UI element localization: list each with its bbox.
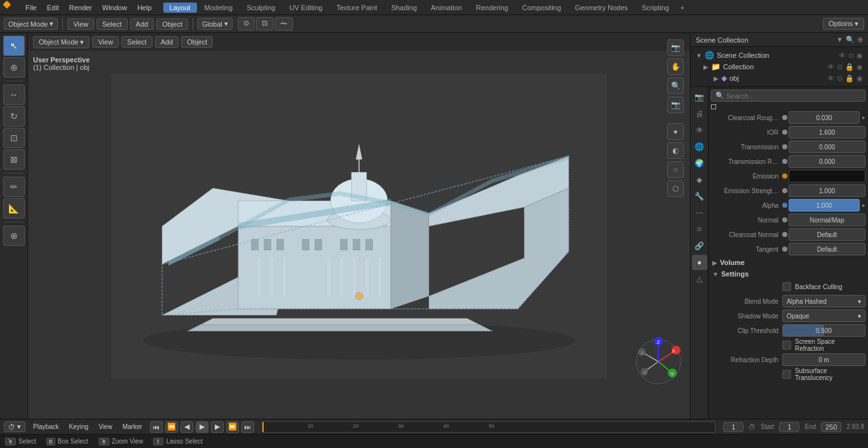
transmission-r-value[interactable]: 0.000: [789, 155, 865, 168]
measure-tool-button[interactable]: 📐: [3, 198, 25, 219]
falloff-button[interactable]: 〜: [275, 17, 293, 31]
clearcoat-normal-dot[interactable]: [782, 232, 787, 237]
clearcoat-normal-value[interactable]: Default: [789, 228, 865, 241]
navigation-gizmo[interactable]: X -X Y -Y Z: [633, 336, 684, 387]
obj-item[interactable]: ▶ ◆ obj 👁 ⊙ 🔒 ◉: [691, 72, 868, 84]
shading-solid-button[interactable]: ●: [667, 123, 684, 140]
view-camera-button[interactable]: 📷: [667, 97, 684, 113]
jump-start-button[interactable]: ⏮: [150, 421, 163, 433]
move-tool-button[interactable]: ↔: [3, 85, 25, 105]
shading-rendered-button[interactable]: ○: [667, 161, 684, 178]
shading-wire-button[interactable]: ⬡: [667, 180, 684, 197]
collection-visibility-icon[interactable]: 👁: [827, 63, 834, 71]
obj-render-icon[interactable]: ⊙: [837, 74, 843, 83]
transmission-r-dot[interactable]: [782, 159, 787, 164]
transform-tool-button[interactable]: ⊠: [3, 149, 25, 170]
timeline-mode-btn[interactable]: ⏱ ▾: [4, 421, 25, 432]
hand-tool-button[interactable]: ✋: [667, 58, 684, 75]
refraction-depth-value[interactable]: 0 m: [782, 353, 865, 366]
transmission-dot[interactable]: [782, 144, 787, 149]
options-button[interactable]: Options ▾: [823, 18, 864, 30]
props-tab-data[interactable]: △: [692, 271, 707, 287]
add-workspace-button[interactable]: +: [677, 3, 688, 13]
normal-value[interactable]: Normal/Map: [789, 214, 865, 226]
collection-item[interactable]: ▶ 📁 Collection 👁 ⊙ 🔒 ◉: [691, 61, 868, 72]
select-menu-btn[interactable]: Select: [97, 18, 128, 30]
add-object-button[interactable]: ⊕: [3, 226, 25, 246]
menu-file[interactable]: File: [20, 3, 42, 13]
shadow-mode-select[interactable]: Opaque ▾: [782, 309, 865, 322]
emission-strength-value[interactable]: 1.000: [789, 184, 865, 197]
normal-dot[interactable]: [782, 217, 787, 222]
filter-icon[interactable]: ▼: [836, 36, 843, 44]
tab-compositing[interactable]: Compositing: [516, 3, 567, 13]
prev-frame-button[interactable]: ◀: [180, 421, 193, 433]
prev-keyframe-button[interactable]: ⏪: [165, 421, 178, 433]
camera-tool-button[interactable]: 📷: [667, 39, 684, 56]
scale-tool-button[interactable]: ⊡: [3, 128, 25, 148]
blend-mode-select[interactable]: Alpha Hashed ▾: [782, 295, 865, 308]
clearcoat-rough-expand[interactable]: ▸: [862, 114, 865, 121]
backface-culling-checkbox[interactable]: [782, 282, 791, 291]
alpha-dot[interactable]: [782, 203, 787, 208]
menu-window[interactable]: Window: [97, 3, 132, 13]
props-tab-view[interactable]: 👁: [692, 123, 707, 138]
props-tab-object[interactable]: ◆: [692, 172, 707, 187]
collection-select-icon[interactable]: ◉: [857, 63, 863, 71]
props-tab-material[interactable]: ●: [692, 255, 707, 270]
ssr-checkbox[interactable]: [782, 341, 791, 350]
proportional-edit-button[interactable]: ⊡: [256, 17, 273, 31]
3d-viewport[interactable]: Object Mode ▾ View Select Add Object Use…: [28, 33, 690, 419]
jump-end-button[interactable]: ⏭: [241, 421, 254, 433]
collection-render-icon[interactable]: ⊙: [837, 63, 843, 71]
ior-dot[interactable]: [782, 130, 787, 135]
collection-camera-icon[interactable]: 🔒: [845, 63, 854, 71]
select-tool-button[interactable]: ↖: [3, 36, 25, 56]
props-tab-output[interactable]: 🖨: [692, 106, 707, 121]
emission-color-value[interactable]: [789, 170, 865, 182]
obj-select2-icon[interactable]: ◉: [857, 74, 863, 83]
next-frame-button[interactable]: ▶: [211, 421, 224, 433]
alpha-value[interactable]: 1.000: [789, 199, 860, 212]
props-tab-world[interactable]: 🌍: [692, 156, 707, 171]
keying-menu-btn[interactable]: Keying: [67, 422, 92, 431]
transform-selector[interactable]: Global ▾: [198, 18, 233, 30]
tab-modeling[interactable]: Modeling: [198, 3, 240, 13]
tab-uv-editing[interactable]: UV Editing: [283, 3, 329, 13]
playback-menu-btn[interactable]: Playback: [31, 422, 62, 431]
alpha-expand[interactable]: ▸: [862, 202, 865, 208]
view-menu-btn-timeline[interactable]: View: [96, 422, 115, 431]
clearcoat-rough-value[interactable]: 0.030: [789, 111, 860, 124]
menu-help[interactable]: Help: [132, 3, 157, 13]
clearcoat-rough-dot[interactable]: [782, 115, 787, 120]
scene-select-icon[interactable]: ◉: [857, 51, 863, 60]
mode-selector[interactable]: Object Mode ▾: [4, 18, 58, 30]
tab-shading[interactable]: Shading: [385, 3, 423, 13]
tab-geometry-nodes[interactable]: Geometry Nodes: [569, 3, 634, 13]
search-icon[interactable]: 🔍: [846, 36, 855, 44]
settings-section-header[interactable]: ▼ Settings: [711, 268, 865, 280]
tangent-value[interactable]: Default: [789, 243, 865, 255]
emission-strength-dot[interactable]: [782, 188, 787, 193]
tab-sculpting[interactable]: Sculpting: [240, 3, 281, 13]
volume-section-header[interactable]: ▶ Volume: [711, 257, 865, 268]
ior-value[interactable]: 1.600: [789, 126, 865, 139]
tab-texture-paint[interactable]: Texture Paint: [330, 3, 383, 13]
object-menu-btn[interactable]: Object: [156, 18, 188, 30]
start-frame-input[interactable]: [779, 422, 799, 432]
sst-checkbox[interactable]: [782, 370, 791, 379]
next-keyframe-button[interactable]: ⏩: [226, 421, 239, 433]
props-tab-scene[interactable]: 🌐: [692, 139, 707, 154]
props-tab-constraints[interactable]: 🔗: [692, 238, 707, 254]
rotate-tool-button[interactable]: ↻: [3, 106, 25, 126]
props-tab-modifiers[interactable]: 🔧: [692, 189, 707, 204]
annotate-tool-button[interactable]: ✏: [3, 177, 25, 197]
tab-layout[interactable]: Layout: [163, 3, 197, 13]
end-frame-input[interactable]: [821, 422, 841, 432]
snap-button[interactable]: ⊙: [238, 17, 255, 31]
shading-material-button[interactable]: ◐: [667, 142, 684, 159]
tab-rendering[interactable]: Rendering: [470, 3, 515, 13]
obj-select-icon[interactable]: 🔒: [845, 74, 854, 83]
clip-threshold-bar[interactable]: 0.500: [782, 324, 865, 337]
menu-render[interactable]: Render: [64, 3, 97, 13]
